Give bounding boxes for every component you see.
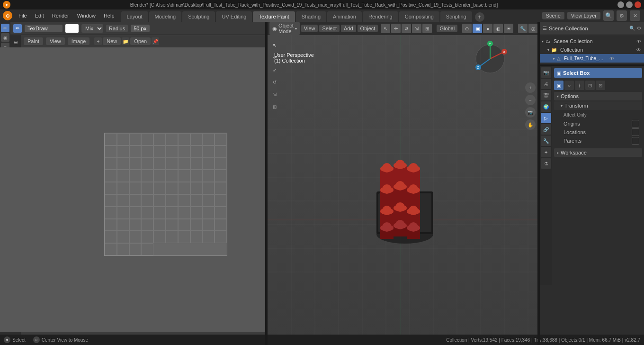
props-tab-constraints[interactable]: 🔗 [541,124,551,135]
viewport-view-menu[interactable]: View [301,25,318,32]
pan-nav[interactable]: ✋ [525,119,536,130]
options-header[interactable]: ▾ Options [554,92,642,100]
add-workspace-button[interactable]: + [475,12,484,22]
object-item[interactable]: ▸ △ Full_Test_Tube_Rack_wit 👁 [540,54,644,63]
settings-button[interactable]: ⚙ [617,10,627,21]
select-lasso-tool[interactable]: ⟨ [575,81,584,90]
transform-header[interactable]: ▾ Transform [554,101,642,110]
blender-logo[interactable]: ⊙ [3,11,12,20]
select-status[interactable]: ● Select [4,336,26,343]
props-tab-modifiers[interactable]: 🔧 [541,136,551,146]
tab-modeling[interactable]: Modeling [149,11,182,22]
scale-icon[interactable]: ⇲ [412,24,421,33]
transform-tool[interactable]: ⊞ [269,101,280,112]
panel-divider-v1[interactable] [265,22,268,345]
select-circle-tool[interactable]: ○ [564,81,574,90]
scene-selector[interactable]: Scene [542,12,564,19]
select-extra-tool2[interactable]: ⊡ [596,81,605,90]
view-layer-selector[interactable]: View Layer [567,12,600,19]
panel-divider-v2[interactable] [537,22,540,345]
props-tab-scene[interactable]: 🎬 [541,90,551,100]
scale-tool[interactable]: ⇲ [269,89,280,100]
menu-file[interactable]: File [15,12,31,19]
tab-sculpting[interactable]: Sculpting [182,11,215,22]
wireframe-button[interactable]: ▣ [473,24,482,33]
viewport-select-menu[interactable]: Select [319,25,340,32]
proportional-edit-button[interactable]: ◎ [528,24,537,33]
collection-item[interactable]: ▾ 📁 Collection 👁 [540,45,644,54]
props-tab-world[interactable]: 🌍 [541,101,551,112]
parents-checkbox[interactable] [632,137,639,145]
menu-render[interactable]: Render [48,12,73,19]
tab-scripting[interactable]: Scripting [440,11,472,22]
select-extra-tool[interactable]: ⊡ [585,81,595,90]
scene-collection-root[interactable]: ▾ 🗂 Scene Collection 👁 [540,37,644,45]
locations-checkbox[interactable] [632,128,639,136]
radius-value[interactable]: 50 px [131,25,150,32]
tab-texture-paint[interactable]: Texture Paint [253,11,295,22]
viewport-3d-content[interactable]: User Perspective (1) Collection X Y Z [268,35,537,345]
select-tool-active[interactable]: ↖ [269,40,280,50]
origins-checkbox[interactable] [632,120,639,127]
new-button[interactable]: New [103,37,121,45]
rotate-tool[interactable]: ↺ [269,77,280,87]
menu-help[interactable]: Help [100,12,118,19]
snap-button[interactable]: 🔧 [518,24,528,33]
menu-edit[interactable]: Edit [31,12,48,19]
image-menu[interactable]: Image [68,37,90,45]
blend-mode-select[interactable]: Mix [81,24,103,33]
select-box-tool-active[interactable]: ▣ [554,81,564,90]
props-tab-object[interactable]: ▷ [541,113,551,123]
tab-layout[interactable]: Layout [121,11,148,22]
material-button[interactable]: ◐ [493,24,503,33]
viewport-add-menu[interactable]: Add [341,25,356,32]
search-button[interactable]: 🔍 [603,10,614,21]
rotate-icon[interactable]: ↺ [402,24,411,33]
close-area-button[interactable]: ✕ [630,10,640,21]
props-tab-physics[interactable]: ⚗ [541,158,551,169]
paint-menu[interactable]: Paint [24,37,43,45]
zoom-out-nav[interactable]: − [525,95,536,105]
select-box-header[interactable]: ▣ Select Box [554,68,642,78]
props-tab-particles[interactable]: ✦ [541,147,551,157]
tab-animation[interactable]: Animation [327,11,362,22]
fill-tool[interactable]: ◉ [1,33,9,42]
open-button[interactable]: Open [130,37,151,45]
overlay-button[interactable]: ⊙ [462,24,472,33]
cursor-tool[interactable]: ✛ [269,52,280,63]
minimize-button[interactable] [617,1,624,8]
toggle-camera-nav[interactable]: 📷 [525,107,536,118]
zoom-in-btn[interactable]: ⊕ [10,37,21,47]
visibility-icon[interactable]: 👁 [635,38,642,45]
draw-tool[interactable]: ✏ [1,24,9,32]
tab-rendering[interactable]: Rendering [363,11,398,22]
texture-canvas[interactable] [104,133,227,256]
props-tab-output[interactable]: 🖨 [541,79,551,89]
brush-name-input[interactable] [25,25,63,32]
view-menu[interactable]: View [46,37,65,45]
workspace-header[interactable]: ▸ Workspace [554,148,642,157]
transform-select-icon[interactable]: ↖ [381,24,390,33]
maximize-button[interactable] [626,1,633,8]
move-tool[interactable]: ⤢ [269,64,280,75]
menu-window[interactable]: Window [73,12,99,19]
transform-icon[interactable]: ⊞ [422,24,432,33]
rendered-button[interactable]: ☀ [504,24,513,33]
color-swatch[interactable] [65,24,79,33]
viewport-mode-selector[interactable]: ◉ Object Mode ▾ [269,22,300,35]
tab-shading[interactable]: Shading [296,11,326,22]
center-view-status[interactable]: ○ Center View to Mouse [33,336,88,343]
zoom-in-nav[interactable]: + [525,82,536,93]
close-button[interactable] [635,1,641,8]
tab-uv-editing[interactable]: UV Editing [216,11,252,22]
viewport-global-selector[interactable]: Global [437,25,457,32]
object-vis-icon[interactable]: 👁 [608,55,615,62]
move-icon[interactable]: ✛ [391,24,401,33]
outliner-filter-icon[interactable]: 🔍 [629,26,635,31]
viewport-object-menu[interactable]: Object [358,25,378,32]
tab-compositing[interactable]: Compositing [399,11,439,22]
outliner-settings-icon[interactable]: ⚙ [637,26,641,31]
collection-vis-icon[interactable]: 👁 [635,46,642,53]
solid-button[interactable]: ● [483,24,492,33]
props-tab-render[interactable]: 📷 [541,67,551,78]
